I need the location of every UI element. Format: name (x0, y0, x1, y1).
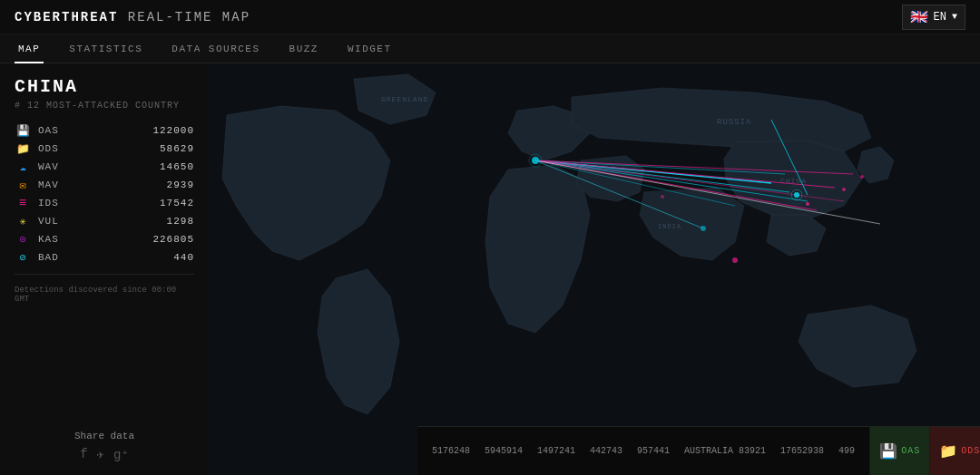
stat-num-0: 5176248 (425, 446, 477, 456)
mav-label: MAV (38, 179, 59, 190)
lang-label: EN (934, 11, 946, 24)
stat-left-oas: 💾 OAS (15, 124, 59, 137)
bottom-ods-icon: 📁 (939, 442, 957, 460)
bottom-stats: 5176248 5945914 1497241 442743 957441 AU… (417, 446, 869, 456)
svg-point-22 (701, 226, 706, 231)
svg-text:INDIA: INDIA (658, 223, 681, 230)
kas-icon: ⊙ (15, 233, 31, 246)
svg-point-20 (806, 202, 809, 206)
social-icons: f ✈ g⁺ (15, 447, 194, 462)
vul-value: 1298 (167, 216, 194, 227)
share-section: Share data f ✈ g⁺ (15, 423, 194, 462)
nav-bar: MAP STATISTICS DATA SOURCES BUZZ WIDGET (0, 34, 980, 63)
oas-label: OAS (38, 125, 59, 136)
app-title: CYBERTHREAT REAL-TIME MAP (15, 10, 250, 24)
ods-value: 58629 (160, 143, 194, 154)
stat-row-kas: ⊙ KAS 226805 (15, 230, 194, 248)
oas-icon: 💾 (15, 124, 31, 137)
nav-item-widget[interactable]: WIDGET (344, 34, 396, 63)
bad-label: BAD (38, 252, 59, 263)
svg-text:RUSSIA: RUSSIA (717, 118, 751, 127)
bottom-bar: 5176248 5945914 1497241 442743 957441 AU… (417, 426, 980, 475)
title-cyber: CYBERTHREAT (15, 10, 118, 24)
nav-item-statistics[interactable]: STATISTICS (65, 34, 146, 63)
stat-row-ods: 📁 ODS 58629 (15, 140, 194, 158)
stat-row-bad: ⊘ BAD 440 (15, 248, 194, 267)
googleplus-icon[interactable]: g⁺ (113, 447, 129, 462)
header: CYBERTHREAT REAL-TIME MAP 🇬🇧 EN ▼ (0, 0, 980, 34)
nav-item-data-sources[interactable]: DATA SOURCES (168, 34, 263, 63)
stat-left-bad: ⊘ BAD (15, 251, 59, 264)
chevron-down-icon: ▼ (952, 12, 957, 22)
stats-list: 💾 OAS 122000 📁 ODS 58629 ☁ WAV 14650 (15, 121, 194, 267)
stat-left-vul: ✳ VUL (15, 215, 59, 228)
stat-row-wav: ☁ WAV 14650 (15, 158, 194, 176)
stat-num-4: 957441 (630, 446, 677, 456)
vul-icon: ✳ (15, 215, 31, 228)
svg-text:GREENLAND: GREENLAND (381, 95, 428, 103)
title-realtime: REAL-TIME MAP (118, 10, 250, 24)
wav-icon: ☁ (15, 160, 31, 173)
ids-icon: ≡ (15, 197, 31, 209)
kas-label: KAS (38, 234, 59, 245)
oas-value: 122000 (152, 125, 194, 136)
stat-num-5: AUSTRALIA 83921 (677, 446, 773, 456)
flag-icon: 🇬🇧 (910, 8, 928, 26)
stat-row-vul: ✳ VUL 1298 (15, 212, 194, 230)
ids-label: IDS (38, 198, 59, 208)
stat-left-mav: ✉ MAV (15, 179, 59, 191)
main-content: CHINA # 12 MOST-ATTACKED COUNTRY 💾 OAS 1… (0, 63, 980, 475)
stat-num-7: 499 (831, 446, 862, 456)
stat-num-2: 1497241 (530, 446, 583, 456)
ods-label: ODS (38, 143, 59, 154)
left-panel: CHINA # 12 MOST-ATTACKED COUNTRY 💾 OAS 1… (0, 63, 209, 475)
stat-row-mav: ✉ MAV 2939 (15, 176, 194, 194)
bottom-ods-label: ODS (961, 446, 980, 456)
world-map: GREENLAND RUSSIA CHINA INDIA (209, 63, 980, 475)
divider (15, 274, 194, 275)
stat-left-kas: ⊙ KAS (15, 233, 59, 246)
mav-icon: ✉ (15, 179, 31, 191)
svg-point-21 (842, 188, 846, 191)
ods-icon: 📁 (15, 142, 31, 155)
svg-point-23 (661, 195, 664, 199)
svg-point-19 (794, 192, 799, 198)
stat-num-3: 442743 (583, 446, 630, 456)
bottom-icons: 💾 OAS 📁 ODS ☁ WAV ✉ MAV ≡ IDS (869, 427, 980, 476)
svg-point-24 (860, 175, 864, 179)
bad-value: 440 (173, 252, 194, 263)
svg-point-25 (732, 257, 738, 263)
country-rank: # 12 MOST-ATTACKED COUNTRY (15, 101, 194, 111)
mav-value: 2939 (167, 179, 194, 190)
stat-row-ids: ≡ IDS 17542 (15, 194, 194, 212)
nav-item-buzz[interactable]: BUZZ (286, 34, 322, 63)
bottom-oas-label: OAS (901, 446, 920, 456)
facebook-icon[interactable]: f (80, 447, 87, 462)
stat-left-ids: ≡ IDS (15, 197, 59, 209)
language-selector[interactable]: 🇬🇧 EN ▼ (902, 5, 965, 30)
share-label: Share data (15, 431, 194, 441)
wav-label: WAV (38, 161, 59, 172)
twitter-icon[interactable]: ✈ (97, 447, 104, 462)
bottom-oas-icon: 💾 (879, 442, 897, 460)
nav-item-map[interactable]: MAP (15, 34, 44, 63)
country-name: CHINA (15, 76, 194, 97)
stat-left-wav: ☁ WAV (15, 160, 59, 173)
stat-num-1: 5945914 (477, 446, 530, 456)
stat-row-oas: 💾 OAS 122000 (15, 121, 194, 140)
bottom-icon-ods[interactable]: 📁 ODS (929, 427, 980, 476)
bottom-icon-oas[interactable]: 💾 OAS (869, 427, 929, 476)
detection-note: Detections discovered since 00:00 GMT (15, 286, 194, 304)
kas-value: 226805 (152, 234, 194, 245)
bad-icon: ⊘ (15, 251, 31, 264)
svg-point-17 (532, 157, 539, 164)
vul-label: VUL (38, 216, 59, 227)
ids-value: 17542 (160, 198, 194, 208)
map-area: GREENLAND RUSSIA CHINA INDIA (209, 63, 980, 475)
stat-num-6: 17652938 (773, 446, 831, 456)
wav-value: 14650 (160, 161, 194, 172)
stat-left-ods: 📁 ODS (15, 142, 59, 155)
